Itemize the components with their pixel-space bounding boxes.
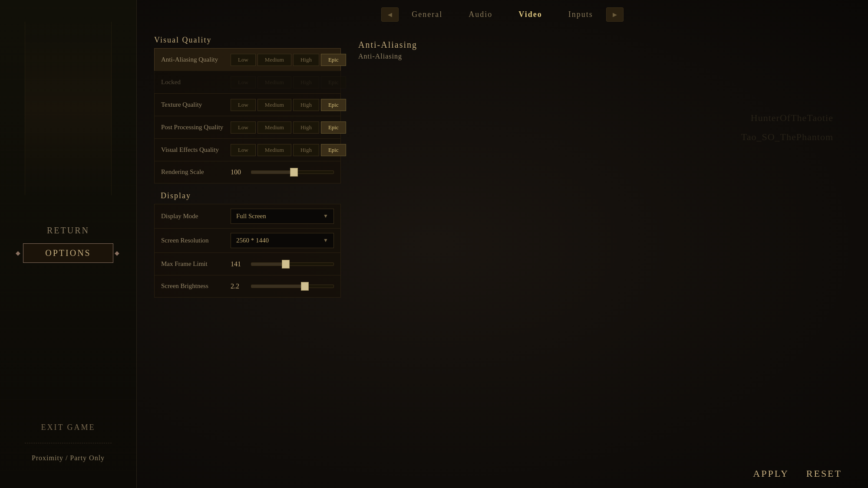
sidebar: RETURN OPTIONS EXIT GAME Proximity / Par… <box>0 0 137 488</box>
display-mode-label: Display Mode <box>161 212 231 221</box>
vfx-high[interactable]: High <box>293 144 319 156</box>
locked-label: Locked <box>161 78 231 87</box>
display-mode-dropdown[interactable]: Full Screen ▼ <box>231 209 334 224</box>
max-frame-fill <box>251 263 286 265</box>
max-frame-track[interactable] <box>251 262 334 266</box>
locked-quality-buttons: Low Medium High Epic <box>231 76 346 88</box>
watermark-line1: HunterOfTheTaotie <box>741 108 833 128</box>
texture-quality-row: Texture Quality Low Medium High Epic <box>154 93 341 116</box>
top-navigation: ◀ General Audio Video Inputs ▶ <box>137 0 868 27</box>
brightness-slider-container: 2.2 <box>231 282 334 290</box>
tab-inputs[interactable]: Inputs <box>555 7 606 23</box>
post-low[interactable]: Low <box>231 121 256 134</box>
screen-resolution-arrow: ▼ <box>323 237 328 244</box>
locked-epic: Epic <box>321 76 346 88</box>
nav-next-button[interactable]: ▶ <box>606 7 624 22</box>
post-epic[interactable]: Epic <box>321 121 346 134</box>
texture-medium[interactable]: Medium <box>257 99 291 111</box>
max-frame-value: 141 <box>231 260 246 268</box>
anti-aliasing-row: Anti-Aliasing Quality Low Medium High Ep… <box>154 48 341 71</box>
display-mode-value: Full Screen <box>236 213 266 220</box>
content-area: Visual Quality Anti-Aliasing Quality Low… <box>137 27 868 488</box>
vfx-medium[interactable]: Medium <box>257 144 291 156</box>
texture-quality-buttons: Low Medium High Epic <box>231 99 346 111</box>
display-section: Display Display Mode Full Screen ▼ Scree… <box>154 183 341 298</box>
screen-resolution-value: 2560 * 1440 <box>236 237 269 244</box>
visual-effects-label: Visual Effects Quality <box>161 146 231 154</box>
bottom-bar: APPLY RESET <box>274 459 868 488</box>
apply-button[interactable]: APPLY <box>753 468 789 479</box>
display-section-title: Display <box>154 183 341 204</box>
visual-quality-section: Visual Quality Anti-Aliasing Quality Low… <box>154 36 341 183</box>
anti-aliasing-medium[interactable]: Medium <box>257 54 291 66</box>
visual-effects-buttons: Low Medium High Epic <box>231 144 346 156</box>
brightness-fill <box>251 285 305 288</box>
party-only-text: Party Only <box>70 454 105 462</box>
locked-high: High <box>293 76 319 88</box>
locked-medium: Medium <box>257 76 291 88</box>
brightness-value: 2.2 <box>231 282 246 290</box>
options-button[interactable]: OPTIONS <box>23 243 113 263</box>
tab-video[interactable]: Video <box>505 7 555 23</box>
sidebar-divider <box>25 443 112 443</box>
anti-aliasing-quality-buttons: Low Medium High Epic <box>231 54 346 66</box>
tab-audio[interactable]: Audio <box>455 7 505 23</box>
screen-resolution-dropdown[interactable]: 2560 * 1440 ▼ <box>231 233 334 248</box>
post-processing-label: Post Processing Quality <box>161 123 231 132</box>
post-processing-buttons: Low Medium High Epic <box>231 121 346 134</box>
visual-quality-title: Visual Quality <box>154 36 341 45</box>
vfx-low[interactable]: Low <box>231 144 256 156</box>
brightness-thumb[interactable] <box>301 282 309 291</box>
texture-high[interactable]: High <box>293 99 319 111</box>
sidebar-navigation: RETURN OPTIONS <box>23 226 113 263</box>
info-panel-title: Anti-Aliasing <box>358 40 851 50</box>
proximity-label: Proximity / Party Only <box>32 454 105 462</box>
texture-low[interactable]: Low <box>231 99 256 111</box>
proximity-separator: / <box>66 454 70 462</box>
rendering-scale-thumb[interactable] <box>290 168 298 177</box>
sidebar-figure <box>25 22 112 195</box>
visual-effects-row: Visual Effects Quality Low Medium High E… <box>154 138 341 161</box>
rendering-scale-label: Rendering Scale <box>161 168 231 177</box>
watermark: HunterOfTheTaotie Tao_SO_ThePhantom <box>741 108 833 147</box>
nav-prev-button[interactable]: ◀ <box>381 7 399 22</box>
texture-quality-label: Texture Quality <box>161 101 231 109</box>
exit-game-button[interactable]: EXIT GAME <box>41 423 95 432</box>
settings-panel: Visual Quality Anti-Aliasing Quality Low… <box>154 36 341 479</box>
rendering-scale-slider-container: 100 <box>231 168 334 176</box>
main-content: ◀ General Audio Video Inputs ▶ Visual Qu… <box>137 0 868 488</box>
max-frame-limit-row: Max Frame Limit 141 <box>154 252 341 275</box>
anti-aliasing-epic[interactable]: Epic <box>321 54 346 66</box>
proximity-text: Proximity <box>32 454 63 462</box>
anti-aliasing-low[interactable]: Low <box>231 54 256 66</box>
max-frame-slider-container: 141 <box>231 260 334 268</box>
anti-aliasing-label: Anti-Aliasing Quality <box>161 56 231 64</box>
reset-button[interactable]: RESET <box>806 468 842 479</box>
screen-brightness-row: Screen Brightness 2.2 <box>154 275 341 298</box>
max-frame-limit-label: Max Frame Limit <box>161 260 231 269</box>
display-mode-row: Display Mode Full Screen ▼ <box>154 204 341 228</box>
texture-epic[interactable]: Epic <box>321 99 346 111</box>
return-button[interactable]: RETURN <box>47 226 89 236</box>
locked-row: Locked Low Medium High Epic <box>154 71 341 93</box>
watermark-line3: Tao_SO_ThePhantom <box>741 128 833 147</box>
locked-low: Low <box>231 76 256 88</box>
info-panel: Anti-Aliasing Anti-Aliasing HunterOfTheT… <box>358 36 851 479</box>
max-frame-thumb[interactable] <box>282 260 290 269</box>
screen-brightness-label: Screen Brightness <box>161 282 231 291</box>
brightness-track[interactable] <box>251 285 334 288</box>
tab-general[interactable]: General <box>399 7 455 23</box>
rendering-scale-row: Rendering Scale 100 <box>154 161 341 183</box>
screen-resolution-label: Screen Resolution <box>161 236 231 245</box>
vfx-epic[interactable]: Epic <box>321 144 346 156</box>
display-mode-arrow: ▼ <box>323 213 328 219</box>
post-medium[interactable]: Medium <box>257 121 291 134</box>
anti-aliasing-high[interactable]: High <box>293 54 319 66</box>
screen-resolution-row: Screen Resolution 2560 * 1440 ▼ <box>154 228 341 252</box>
post-processing-row: Post Processing Quality Low Medium High … <box>154 116 341 138</box>
info-panel-subtitle: Anti-Aliasing <box>358 52 851 60</box>
rendering-scale-fill <box>251 171 294 174</box>
rendering-scale-track[interactable] <box>251 170 334 174</box>
rendering-scale-value: 100 <box>231 168 246 176</box>
post-high[interactable]: High <box>293 121 319 134</box>
